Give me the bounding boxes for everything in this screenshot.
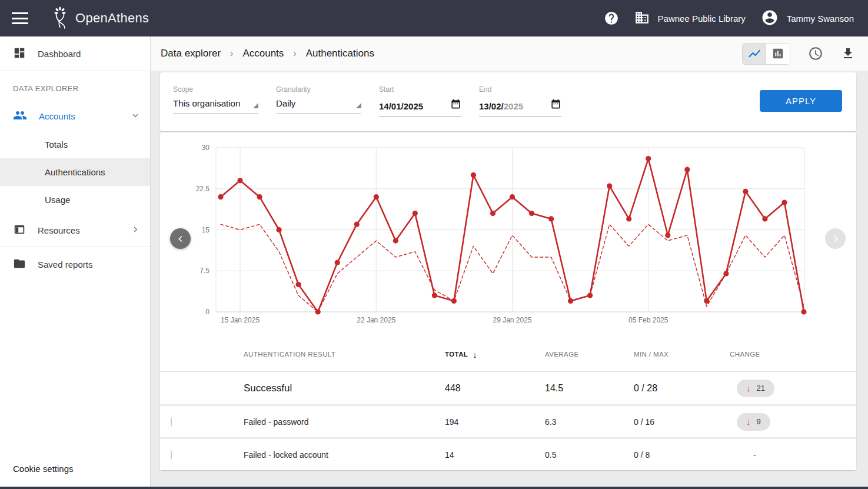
data-point bbox=[237, 178, 242, 183]
table-header: AUTHENTICATION RESULT TOTAL↓ AVERAGE MIN… bbox=[160, 337, 856, 371]
change-value: 9 bbox=[757, 417, 761, 426]
sidebar-item-accounts[interactable]: Accounts bbox=[0, 101, 150, 131]
data-point bbox=[568, 298, 573, 304]
change-badge: ↓21 bbox=[737, 380, 774, 397]
breadcrumb-current-page: Authentications bbox=[306, 48, 374, 59]
results-card: 07.51522.53015 Jan 202522 Jan 202529 Jan… bbox=[160, 132, 856, 470]
scope-select[interactable]: Scope This organisation bbox=[173, 85, 258, 114]
chevron-down-icon bbox=[131, 111, 139, 121]
data-point bbox=[296, 282, 301, 287]
data-point bbox=[704, 298, 709, 304]
column-change: CHANGE bbox=[730, 351, 856, 358]
sidebar-section-label: DATA EXPLORER bbox=[0, 71, 150, 101]
help-icon[interactable] bbox=[604, 11, 619, 26]
calendar-icon[interactable] bbox=[450, 98, 461, 111]
line-chart-icon bbox=[747, 46, 761, 61]
column-min-max: MIN / MAX bbox=[634, 351, 730, 358]
avatar-icon bbox=[761, 9, 779, 28]
filter-bar: Scope This organisation Granularity Dail… bbox=[160, 72, 856, 131]
calendar-icon[interactable] bbox=[550, 98, 561, 111]
user-name: Tammy Swanson bbox=[787, 14, 854, 24]
granularity-select[interactable]: Granularity Daily bbox=[276, 85, 361, 114]
table-row[interactable]: Successful 448 14.5 0 / 28 ↓21 bbox=[160, 371, 856, 404]
organisation-switcher[interactable]: Pawnee Public Library bbox=[634, 10, 746, 27]
svg-text:05 Feb 2025: 05 Feb 2025 bbox=[628, 316, 669, 324]
data-point bbox=[684, 167, 690, 172]
end-date-field[interactable]: End 13/02/2025 bbox=[479, 85, 561, 117]
svg-text:29 Jan 2025: 29 Jan 2025 bbox=[493, 316, 531, 324]
data-point bbox=[665, 232, 670, 238]
scope-value: This organisation bbox=[173, 98, 240, 108]
data-point bbox=[257, 194, 262, 199]
arrow-down-icon: ↓ bbox=[746, 417, 751, 427]
main-header: Data explorer › Accounts › Authenticatio… bbox=[151, 36, 868, 71]
sidebar-item-usage[interactable]: Usage bbox=[0, 186, 150, 214]
table-row[interactable]: Failed - locked account 14 0.5 0 / 8 - bbox=[160, 437, 856, 470]
breadcrumb-separator-icon: › bbox=[230, 48, 233, 59]
change-value: - bbox=[753, 450, 756, 460]
sidebar-item-label: Resources bbox=[38, 225, 119, 235]
change-value: 21 bbox=[757, 384, 765, 392]
page-bottom-strip bbox=[0, 487, 868, 489]
series-toggle-dot[interactable] bbox=[171, 450, 172, 460]
row-min-max: 0 / 28 bbox=[634, 383, 730, 394]
sidebar-item-label: Saved reports bbox=[38, 260, 139, 270]
history-clock-icon[interactable] bbox=[808, 46, 823, 61]
data-point bbox=[277, 227, 282, 232]
data-point bbox=[529, 211, 534, 216]
apply-button[interactable]: APPLY bbox=[760, 90, 842, 112]
series-toggle-dot[interactable] bbox=[171, 417, 172, 427]
chart-scroll-right-button[interactable] bbox=[825, 228, 846, 249]
breadcrumb-data-explorer[interactable]: Data explorer bbox=[161, 48, 221, 59]
chart-type-toggle bbox=[742, 43, 790, 65]
line-chart-toggle-button[interactable] bbox=[743, 44, 766, 64]
accounts-people-icon bbox=[13, 108, 27, 124]
start-date-value: 14/01/2025 bbox=[379, 101, 423, 111]
svg-text:30: 30 bbox=[202, 144, 210, 152]
start-date-field[interactable]: Start 14/01/2025 bbox=[379, 85, 461, 117]
bar-chart-toggle-button[interactable] bbox=[766, 44, 790, 64]
menu-icon[interactable] bbox=[12, 12, 28, 24]
sidebar: Dashboard DATA EXPLORER Accounts Totals … bbox=[0, 36, 151, 487]
column-average: AVERAGE bbox=[545, 351, 634, 358]
column-total-sort[interactable]: TOTAL↓ bbox=[445, 350, 545, 360]
data-point bbox=[781, 199, 787, 205]
data-point bbox=[548, 216, 554, 221]
row-change: - bbox=[730, 450, 856, 460]
sidebar-item-dashboard[interactable]: Dashboard bbox=[0, 36, 150, 71]
start-date-label: Start bbox=[379, 85, 461, 94]
sidebar-item-authentications[interactable]: Authentications bbox=[0, 158, 150, 186]
user-menu[interactable]: Tammy Swanson bbox=[761, 9, 854, 28]
data-point bbox=[587, 293, 593, 298]
data-point bbox=[471, 172, 476, 178]
data-point bbox=[762, 216, 767, 221]
arrow-down-icon: ↓ bbox=[746, 383, 751, 393]
sidebar-item-totals[interactable]: Totals bbox=[0, 131, 150, 158]
data-point bbox=[607, 184, 612, 189]
svg-text:15: 15 bbox=[202, 226, 210, 234]
sidebar-item-saved-reports[interactable]: Saved reports bbox=[0, 247, 150, 281]
organisation-icon bbox=[634, 10, 650, 27]
data-point bbox=[490, 211, 495, 216]
svg-text:7.5: 7.5 bbox=[199, 267, 209, 275]
svg-text:22 Jan 2025: 22 Jan 2025 bbox=[357, 316, 395, 324]
scope-label: Scope bbox=[173, 85, 258, 94]
dropdown-triangle-icon bbox=[356, 103, 361, 108]
authentications-line-chart: 07.51522.53015 Jan 202522 Jan 202529 Jan… bbox=[160, 132, 856, 337]
svg-text:22.5: 22.5 bbox=[196, 185, 210, 193]
data-point bbox=[354, 222, 360, 227]
row-change: ↓21 bbox=[730, 380, 856, 397]
breadcrumb-accounts[interactable]: Accounts bbox=[242, 48, 284, 59]
chart-scroll-left-button[interactable] bbox=[170, 228, 191, 249]
end-date-value-year: 2025 bbox=[504, 101, 523, 111]
data-point bbox=[723, 271, 729, 276]
sidebar-item-label: Accounts bbox=[39, 111, 119, 121]
table-row[interactable]: Failed - password 194 6.3 0 / 16 ↓9 bbox=[160, 404, 856, 437]
cookie-settings-link[interactable]: Cookie settings bbox=[0, 464, 150, 487]
granularity-value: Daily bbox=[276, 98, 295, 108]
breadcrumb-separator-icon: › bbox=[293, 48, 296, 59]
download-icon[interactable] bbox=[841, 46, 855, 61]
row-min-max: 0 / 16 bbox=[634, 417, 730, 427]
table-body: Successful 448 14.5 0 / 28 ↓21 Failed - … bbox=[160, 371, 856, 470]
sidebar-item-resources[interactable]: Resources bbox=[0, 214, 150, 247]
